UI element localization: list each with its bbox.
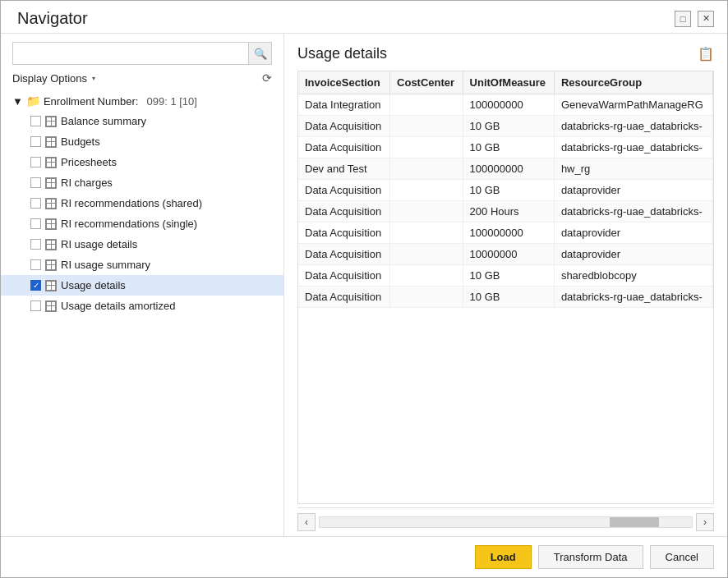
table-cell-5-0: Data Acquisition: [298, 201, 390, 222]
search-input[interactable]: [12, 42, 249, 65]
table-cell-2-3: databricks-rg-uae_databricks-: [554, 137, 712, 158]
close-button[interactable]: ✕: [698, 11, 714, 27]
main-content: 🔍 Display Options ▾ ⟳ ▼ 📁 Enrollment Num…: [1, 34, 727, 536]
display-options-row: Display Options ▾ ⟳: [1, 71, 283, 91]
chevron-down-icon: ▾: [92, 75, 95, 82]
horizontal-scrollbar: ‹ ›: [297, 507, 714, 536]
table-cell-0-1: [390, 94, 463, 116]
tree-item-label-balance-summary: Balance summary: [61, 115, 146, 127]
table-row: Data Acquisition10 GBdataprovider: [298, 180, 713, 201]
table-cell-5-2: 200 Hours: [463, 201, 554, 222]
table-cell-9-0: Data Acquisition: [298, 287, 390, 308]
scroll-left-button[interactable]: ‹: [297, 513, 316, 531]
enrollment-label: Enrollment Number:: [44, 95, 139, 108]
load-button[interactable]: Load: [475, 545, 532, 569]
enrollment-row: ▼ 📁 Enrollment Number: 099: 1 [10]: [1, 91, 283, 111]
title-bar: Navigator □ ✕: [1, 1, 727, 34]
table-icon-pricesheets: [45, 157, 57, 168]
tree-item-usage-details[interactable]: ✓Usage details: [1, 275, 283, 296]
display-options-label: Display Options: [12, 72, 87, 85]
data-table: InvoiceSectionCostCenterUnitOfMeasureRes…: [298, 71, 713, 308]
table-cell-8-0: Data Acquisition: [298, 265, 390, 287]
table-row: Data Acquisition10 GBdatabricks-rg-uae_d…: [298, 287, 713, 308]
scroll-track[interactable]: [319, 516, 693, 528]
folder-icon: 📁: [26, 94, 40, 108]
checkbox-ri-recommendations-shared[interactable]: [30, 198, 41, 209]
transform-data-button[interactable]: Transform Data: [538, 545, 643, 569]
table-row: Data Integration100000000GenevaWarmPathM…: [298, 94, 713, 116]
scroll-right-button[interactable]: ›: [696, 513, 714, 531]
tree-item-ri-recommendations-shared[interactable]: RI recommendations (shared): [1, 193, 283, 213]
data-table-wrapper: InvoiceSectionCostCenterUnitOfMeasureRes…: [297, 71, 714, 504]
table-cell-3-0: Dev and Test: [298, 158, 390, 180]
right-panel-title: Usage details: [297, 45, 387, 62]
table-row: Data Acquisition10 GBsharedblobcopy: [298, 265, 713, 287]
table-cell-0-0: Data Integration: [298, 94, 390, 116]
table-cell-2-0: Data Acquisition: [298, 137, 390, 158]
checkbox-usage-details[interactable]: ✓: [30, 280, 41, 291]
table-cell-4-2: 10 GB: [463, 180, 554, 201]
tree-item-label-ri-charges: RI charges: [61, 177, 113, 189]
table-icon-budgets: [45, 136, 57, 148]
search-row: 🔍: [1, 42, 283, 71]
checkbox-ri-usage-details[interactable]: [30, 239, 41, 250]
tree-item-pricesheets[interactable]: Pricesheets: [1, 152, 283, 172]
enrollment-value: 099: 1 [10]: [146, 95, 196, 108]
checkbox-ri-charges[interactable]: [30, 177, 41, 188]
tree-item-ri-recommendations-single[interactable]: RI recommendations (single): [1, 213, 283, 234]
table-cell-8-3: sharedblobcopy: [554, 265, 712, 287]
table-cell-1-1: [390, 116, 463, 137]
table-cell-7-0: Data Acquisition: [298, 244, 390, 265]
tree-item-ri-charges[interactable]: RI charges: [1, 172, 283, 193]
table-icon-ri-usage-details: [45, 239, 57, 250]
table-icon-ri-charges: [45, 177, 57, 189]
table-cell-7-3: dataprovider: [554, 244, 712, 265]
left-panel: 🔍 Display Options ▾ ⟳ ▼ 📁 Enrollment Num…: [1, 34, 284, 536]
table-row: Dev and Test100000000hw_rg: [298, 158, 713, 180]
table-row: Data Acquisition10 GBdatabricks-rg-uae_d…: [298, 137, 713, 158]
table-cell-5-3: databricks-rg-uae_databricks-: [554, 201, 712, 222]
search-button[interactable]: 🔍: [249, 42, 272, 65]
table-cell-4-0: Data Acquisition: [298, 180, 390, 201]
table-row: Data Acquisition10 GBdatabricks-rg-uae_d…: [298, 116, 713, 137]
tree-item-ri-usage-summary[interactable]: RI usage summary: [1, 255, 283, 275]
collapse-arrow[interactable]: ▼: [12, 95, 23, 108]
checkbox-usage-details-amortized[interactable]: [30, 300, 41, 311]
table-icon-ri-recommendations-shared: [45, 198, 57, 209]
refresh-icon[interactable]: ⟳: [262, 71, 272, 85]
export-icon[interactable]: 📋: [698, 46, 714, 62]
tree-item-balance-summary[interactable]: Balance summary: [1, 111, 283, 131]
table-cell-1-0: Data Acquisition: [298, 116, 390, 137]
minimize-button[interactable]: □: [675, 11, 691, 27]
table-cell-8-2: 10 GB: [463, 265, 554, 287]
bottom-bar: Load Transform Data Cancel: [1, 536, 727, 577]
table-cell-3-1: [390, 158, 463, 180]
checkbox-ri-recommendations-single[interactable]: [30, 218, 41, 229]
col-header-resourcegroup: ResourceGroup: [554, 71, 712, 94]
table-row: Data Acquisition10000000dataprovider: [298, 244, 713, 265]
checkbox-balance-summary[interactable]: [30, 116, 41, 126]
table-cell-1-3: databricks-rg-uae_databricks-: [554, 116, 712, 137]
checkbox-budgets[interactable]: [30, 136, 41, 147]
table-cell-7-1: [390, 244, 463, 265]
table-cell-5-1: [390, 201, 463, 222]
checkbox-ri-usage-summary[interactable]: [30, 259, 41, 270]
tree-item-label-usage-details: Usage details: [61, 279, 126, 291]
table-cell-9-1: [390, 287, 463, 308]
cancel-button[interactable]: Cancel: [650, 545, 714, 569]
tree-area: ▼ 📁 Enrollment Number: 099: 1 [10] Balan…: [1, 91, 283, 528]
table-cell-9-2: 10 GB: [463, 287, 554, 308]
tree-item-usage-details-amortized[interactable]: Usage details amortized: [1, 296, 283, 316]
scroll-thumb[interactable]: [610, 517, 659, 527]
col-header-unitofmeasure: UnitOfMeasure: [463, 71, 554, 94]
display-options-button[interactable]: Display Options ▾: [12, 72, 95, 85]
tree-item-budgets[interactable]: Budgets: [1, 131, 283, 152]
table-row: Data Acquisition200 Hoursdatabricks-rg-u…: [298, 201, 713, 222]
checkbox-pricesheets[interactable]: [30, 157, 41, 167]
tree-item-label-ri-usage-summary: RI usage summary: [61, 259, 150, 271]
table-cell-3-2: 100000000: [463, 158, 554, 180]
navigator-dialog: Navigator □ ✕ 🔍 Display Options ▾ ⟳: [0, 0, 728, 578]
tree-item-ri-usage-details[interactable]: RI usage details: [1, 234, 283, 255]
table-cell-0-2: 100000000: [463, 94, 554, 116]
table-cell-3-3: hw_rg: [554, 158, 712, 180]
